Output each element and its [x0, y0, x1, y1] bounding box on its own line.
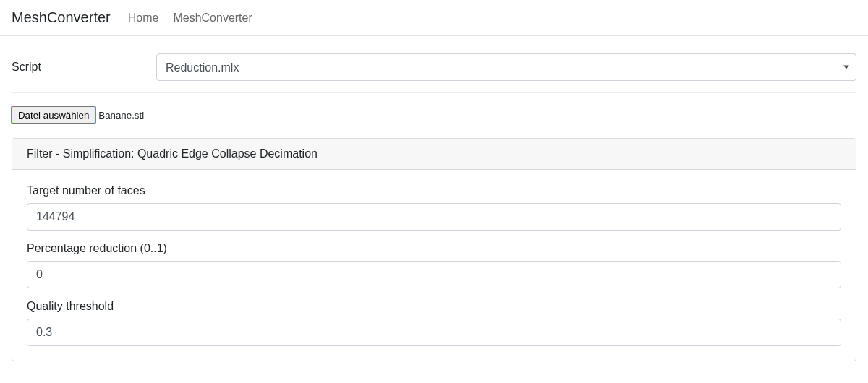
label-percentage-reduction: Percentage reduction (0..1) [27, 242, 841, 255]
navbar: MeshConverter Home MeshConverter [0, 0, 868, 36]
input-percentage-reduction[interactable] [27, 261, 841, 288]
input-target-faces[interactable] [27, 203, 841, 231]
input-quality-threshold[interactable] [27, 319, 841, 346]
script-label: Script [12, 61, 156, 74]
script-select-wrapper: Reduction.mlx [156, 53, 856, 81]
label-target-faces: Target number of faces [27, 184, 841, 197]
file-chooser-row: Datei auswählen Banane.stl [12, 93, 856, 134]
nav-link-meshconverter[interactable]: MeshConverter [173, 12, 252, 25]
form-group-percentage-reduction: Percentage reduction (0..1) [27, 242, 841, 288]
brand-link[interactable]: MeshConverter [12, 9, 111, 26]
filter-card: Filter - Simplification: Quadric Edge Co… [12, 138, 856, 361]
form-group-quality-threshold: Quality threshold [27, 300, 841, 346]
filter-card-body: Target number of faces Percentage reduct… [12, 170, 856, 361]
filter-card-header: Filter - Simplification: Quadric Edge Co… [12, 139, 856, 170]
script-input-col: Reduction.mlx [156, 53, 856, 81]
file-choose-button[interactable]: Datei auswählen [12, 106, 95, 124]
file-name-label: Banane.stl [98, 110, 144, 121]
form-group-target-faces: Target number of faces [27, 184, 841, 231]
nav-link-home[interactable]: Home [128, 12, 159, 25]
script-row: Script Reduction.mlx [12, 48, 856, 93]
script-select[interactable]: Reduction.mlx [156, 53, 856, 81]
main-container: Script Reduction.mlx Datei auswählen Ban… [0, 36, 868, 361]
label-quality-threshold: Quality threshold [27, 300, 841, 313]
